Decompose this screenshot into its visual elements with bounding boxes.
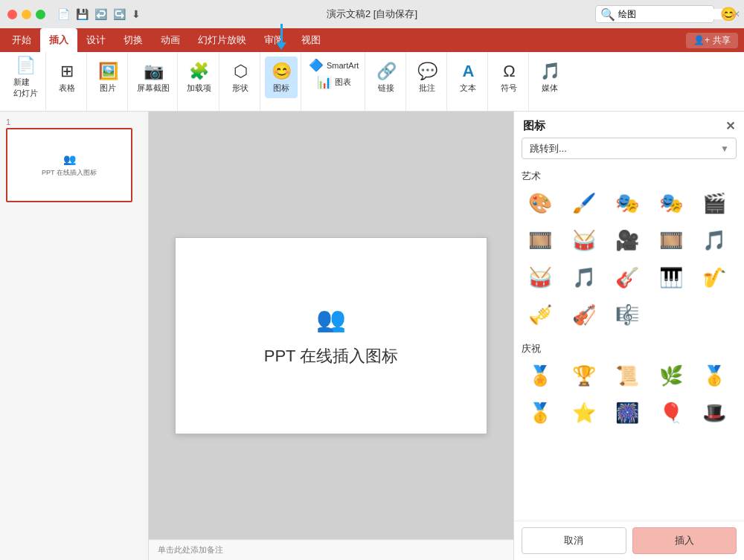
addin-label: 加载项 <box>187 83 211 94</box>
icon-party-hat[interactable]: 🎩 <box>696 396 733 430</box>
icon-drum2[interactable]: 🥁 <box>522 260 559 295</box>
jump-to-dropdown[interactable]: 跳转到... 艺术 庆祝 <box>522 138 737 159</box>
text-group: A 文本 <box>449 52 488 111</box>
cancel-button[interactable]: 取消 <box>522 527 626 554</box>
icon-trumpet[interactable]: 🎺 <box>522 297 559 332</box>
symbol-button[interactable]: Ω 符号 <box>493 57 525 98</box>
icon-laurel[interactable]: 🌿 <box>652 358 690 393</box>
maximize-button[interactable] <box>36 10 45 19</box>
toolbar-icon-2[interactable]: 💾 <box>76 8 89 20</box>
slide-1-thumb[interactable]: 1 👥 PPT 在线插入图标 <box>6 118 142 202</box>
icon-gong[interactable]: 🎵 <box>565 260 603 295</box>
share-button[interactable]: 👤+ 共享 <box>686 33 738 48</box>
link-button[interactable]: 🔗 链接 <box>370 57 403 98</box>
redo-icon[interactable]: ↪️ <box>113 8 126 20</box>
toolbar-icon-1[interactable]: 📄 <box>57 8 70 20</box>
image-group: 🖼️ 图片 <box>89 52 128 111</box>
slide-icon: 👥 <box>316 305 346 333</box>
text-button[interactable]: A 文本 <box>452 57 484 98</box>
icon-piano[interactable]: 🎹 <box>652 260 690 295</box>
notes-bar[interactable]: 单击此处添加备注 <box>149 539 513 560</box>
slide-panel: 1 👥 PPT 在线插入图标 <box>0 112 149 560</box>
app-title: 演示文稿2 [自动保存] <box>327 7 417 21</box>
tab-view[interactable]: 视图 <box>292 28 330 52</box>
toolbar-icons: 📄 💾 ↩️ ↪️ ⬇ <box>57 8 141 20</box>
icon-clapperboard[interactable]: 🎬 <box>696 186 733 220</box>
icon-balloon[interactable]: 🎈 <box>652 396 690 430</box>
smartart-button[interactable]: 🔷 SmartArt <box>306 57 362 74</box>
icon-camera[interactable]: 🎥 <box>609 223 646 257</box>
table-button[interactable]: ⊞ 表格 <box>51 57 83 98</box>
icons-panel: 图标 ✕ 跳转到... 艺术 庆祝 ▼ 艺术 🎨 🖌️ 🎭 🎭 🎬 🎞️ <box>513 112 744 560</box>
tab-review[interactable]: 审阅 <box>255 28 292 52</box>
icon-film-reel[interactable]: 🎞️ <box>652 223 690 257</box>
icon-icon: 😊 <box>272 62 292 81</box>
comment-button[interactable]: 💬 批注 <box>411 57 443 98</box>
icon-easel[interactable]: 🎨 <box>522 186 559 220</box>
icon-palette[interactable]: 🎭 <box>609 186 646 220</box>
tab-start[interactable]: 开始 <box>3 28 40 52</box>
icon-note[interactable]: 🎵 <box>696 223 733 257</box>
addin-button[interactable]: 🧩 加载项 <box>182 57 216 98</box>
icon-star[interactable]: ⭐ <box>565 396 603 430</box>
icon-filmstrip[interactable]: 🎞️ <box>522 223 559 257</box>
screenshot-label: 屏幕截图 <box>137 83 170 94</box>
slide-canvas[interactable]: 👥 PPT 在线插入图标 <box>175 237 487 434</box>
jump-to-select[interactable]: 跳转到... 艺术 庆祝 ▼ <box>522 138 737 159</box>
close-button[interactable] <box>7 10 17 19</box>
tab-transition[interactable]: 切换 <box>115 28 152 52</box>
ribbon-toolbar: 📄 新建 幻灯片 ⊞ 表格 🖼️ 图片 📷 屏幕截图 🧩 加载项 ⬡ <box>0 52 744 112</box>
shape-button[interactable]: ⬡ 形状 <box>224 57 257 98</box>
media-button[interactable]: 🎵 媒体 <box>533 57 566 98</box>
share-icon: 👤+ <box>693 35 710 45</box>
icon-guitar[interactable]: 🎸 <box>609 260 646 295</box>
image-label: 图片 <box>100 83 116 94</box>
table-group: ⊞ 表格 <box>48 52 87 111</box>
icons-panel-close-button[interactable]: ✕ <box>725 119 735 133</box>
smartart-icon: 🔷 <box>309 58 324 72</box>
icon-gold-medal[interactable]: 🥇 <box>696 358 733 393</box>
icon-saxophone[interactable]: 🎷 <box>696 260 733 295</box>
share-label: 共享 <box>713 34 731 47</box>
new-slide-button[interactable]: 📄 新建 幻灯片 <box>9 57 42 98</box>
icon-drum[interactable]: 🥁 <box>565 223 603 257</box>
new-slide-icon: 📄 <box>16 56 36 75</box>
icon-violin[interactable]: 🎻 <box>565 297 603 332</box>
screenshot-icon: 📷 <box>144 62 164 81</box>
toolbar-icon-5[interactable]: ⬇ <box>132 8 141 20</box>
tab-slideshow[interactable]: 幻灯片放映 <box>189 28 255 52</box>
tab-insert[interactable]: 插入 <box>40 28 77 52</box>
icons-panel-header: 图标 ✕ <box>514 112 744 138</box>
text-label: 文本 <box>460 83 476 94</box>
search-box[interactable]: 🔍 ✕ <box>595 5 714 23</box>
icon-certificate[interactable]: 📜 <box>609 358 646 393</box>
main-area: 1 👥 PPT 在线插入图标 👥 PPT 在线插入图标 单击此处添加备注 图标 … <box>0 112 744 560</box>
image-button[interactable]: 🖼️ 图片 <box>92 57 124 98</box>
table-label: 表格 <box>59 83 75 94</box>
chart-button[interactable]: 📊 图表 <box>314 74 354 91</box>
icon-masks[interactable]: 🎭 <box>652 186 690 220</box>
user-icon[interactable]: 😊 <box>720 6 737 22</box>
tab-design[interactable]: 设计 <box>77 28 115 52</box>
chart-icon: 📊 <box>317 75 332 89</box>
icon-sheet-music[interactable]: 🎼 <box>609 297 646 332</box>
screenshot-button[interactable]: 📷 屏幕截图 <box>132 57 174 98</box>
insert-button[interactable]: 插入 <box>632 527 737 554</box>
search-input[interactable] <box>618 9 730 19</box>
slide-thumb-text: PPT 在线插入图标 <box>39 168 100 178</box>
icon-brush[interactable]: 🖌️ <box>565 186 603 220</box>
icon-button[interactable]: 😊 图标 <box>265 57 298 98</box>
minimize-button[interactable] <box>22 10 31 19</box>
undo-icon[interactable]: ↩️ <box>94 8 107 20</box>
icon-podium[interactable]: 🥇 <box>522 396 559 430</box>
icon-fireworks[interactable]: 🎆 <box>609 396 646 430</box>
notes-placeholder: 单击此处添加备注 <box>158 544 223 556</box>
icons-panel-title: 图标 <box>523 119 545 133</box>
symbol-group: Ω 符号 <box>490 52 529 111</box>
tab-animation[interactable]: 动画 <box>152 28 189 52</box>
slide-title-text: PPT 在线插入图标 <box>264 345 399 367</box>
icon-trophy[interactable]: 🏆 <box>565 358 603 393</box>
icon-medal[interactable]: 🏅 <box>522 358 559 393</box>
link-group: 🔗 链接 <box>367 52 406 111</box>
icons-panel-footer: 取消 插入 <box>514 521 744 560</box>
